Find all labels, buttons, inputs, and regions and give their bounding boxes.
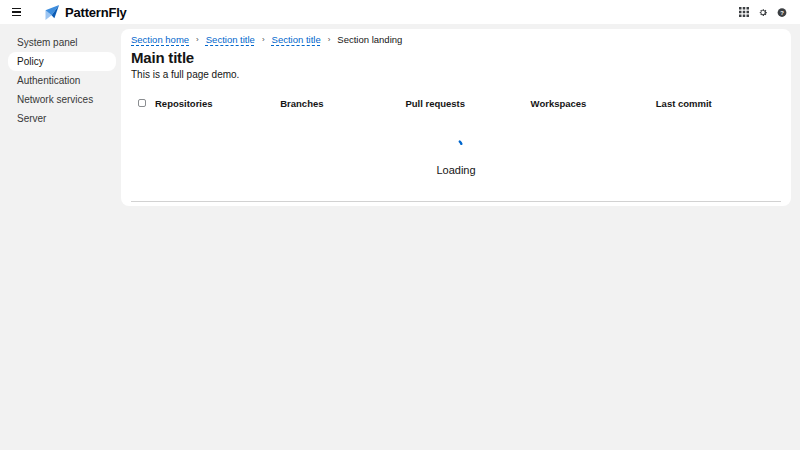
breadcrumb-current-item: Section landing — [337, 36, 402, 44]
brand[interactable]: PatternFly — [45, 4, 127, 21]
select-all-cell — [131, 99, 155, 107]
svg-text:?: ? — [780, 9, 784, 15]
content-card: Section home › Section title › Section t… — [121, 29, 791, 206]
page-title: Main title — [131, 49, 781, 66]
sidebar-item-server[interactable]: Server — [8, 109, 116, 128]
breadcrumb-link-section-home[interactable]: Section home — [131, 36, 189, 44]
sidebar-item-network-services[interactable]: Network services — [8, 90, 116, 109]
app-launcher-grid-icon[interactable] — [739, 6, 749, 18]
breadcrumb-link-section-title-2[interactable]: Section title — [272, 36, 321, 44]
column-header-pull-requests[interactable]: Pull requests — [405, 98, 530, 109]
column-header-last-commit[interactable]: Last commit — [656, 98, 781, 109]
help-question-icon[interactable]: ? — [777, 6, 787, 18]
breadcrumb-link-section-title-1[interactable]: Section title — [206, 36, 255, 44]
column-header-workspaces[interactable]: Workspaces — [531, 98, 656, 109]
sidebar-item-policy[interactable]: Policy — [8, 52, 116, 71]
settings-gear-icon[interactable] — [758, 6, 768, 18]
loading-empty-state: Loading — [131, 112, 781, 202]
column-header-branches[interactable]: Branches — [280, 98, 405, 109]
loading-label: Loading — [436, 164, 475, 177]
loading-spinner-icon — [450, 139, 463, 152]
column-header-repositories[interactable]: Repositories — [155, 98, 280, 109]
breadcrumb-separator-icon: › — [262, 36, 265, 44]
sidebar: System panel Policy Authentication Netwo… — [0, 24, 121, 450]
sidebar-item-authentication[interactable]: Authentication — [8, 71, 116, 90]
masthead-actions: ? — [739, 6, 787, 18]
masthead: PatternFly ? — [0, 0, 800, 24]
table-header-row: Repositories Branches Pull requests Work… — [131, 94, 781, 112]
breadcrumb-separator-icon: › — [196, 36, 199, 44]
sidebar-item-system-panel[interactable]: System panel — [8, 33, 116, 52]
breadcrumb-separator-icon: › — [328, 36, 331, 44]
brand-wordmark: PatternFly — [65, 5, 127, 20]
select-all-checkbox[interactable] — [138, 99, 146, 107]
nav-toggle-hamburger-icon[interactable] — [12, 5, 26, 19]
page-subtitle: This is a full page demo. — [131, 70, 781, 80]
breadcrumb: Section home › Section title › Section t… — [131, 36, 781, 44]
patternfly-logo-icon — [45, 4, 60, 21]
